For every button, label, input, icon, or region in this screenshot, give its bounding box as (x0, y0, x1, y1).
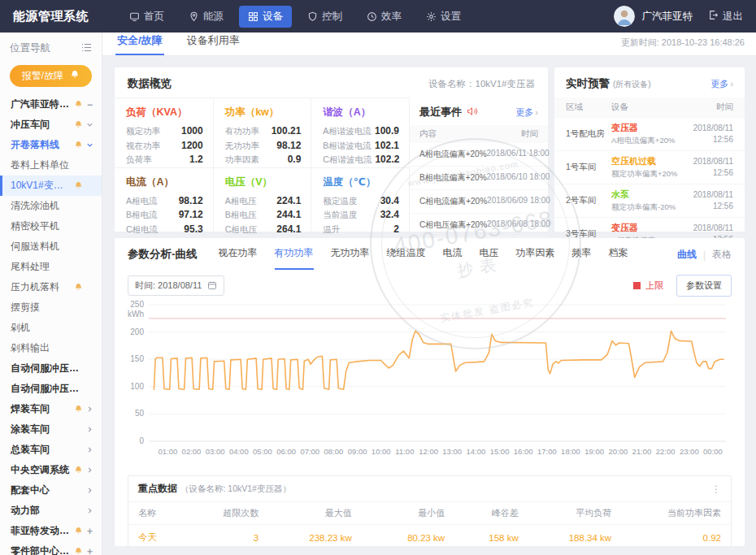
sidebar-item[interactable]: 剁机 (0, 318, 102, 338)
sidebar-item[interactable]: 清洗涂油机 (0, 196, 102, 216)
sidebar-item[interactable]: 伺服送料机 (0, 236, 102, 257)
sidebar-item[interactable]: 尾料处理 (0, 257, 102, 277)
alarm-fault-label: 报警/故障 (22, 69, 63, 83)
bell-icon (74, 100, 83, 109)
analysis-tab-7[interactable]: 频率 (572, 246, 592, 270)
sidebar-item[interactable]: 精密校平机 (0, 216, 102, 236)
analysis-tab-1[interactable]: 有功功率 (275, 246, 314, 270)
sidebar-item[interactable]: 自动伺服冲压线2# (0, 379, 102, 399)
analysis-tab-0[interactable]: 视在功率 (219, 246, 258, 270)
chevron-right-icon[interactable] (85, 446, 94, 453)
sidebar-item[interactable]: 菲亚特发动机厂+ (0, 521, 102, 541)
alert-row: 1号配电房变压器A相电流偏离+20%2018/08/1112:56 (554, 117, 745, 150)
collapse-minus-icon[interactable]: − (85, 99, 94, 111)
stat-value: 100.21 (272, 124, 302, 139)
alerts-more-link[interactable]: 更多› (710, 78, 733, 90)
svg-text:13:00: 13:00 (442, 447, 462, 456)
sidebar-item[interactable]: 冲压车间 (0, 115, 102, 135)
collapse-list-icon[interactable] (81, 43, 92, 54)
stat-value: 1000 (181, 124, 203, 139)
svg-text:19:00: 19:00 (584, 447, 604, 456)
sidebar-item[interactable]: 动力部 (0, 501, 102, 521)
alert-clock: 12:56 (683, 167, 733, 179)
sidebar-item[interactable]: 压力机落料 (0, 277, 102, 297)
sidebar-item[interactable]: 配套中心 (0, 480, 102, 501)
nav-item-device[interactable]: 设备 (239, 6, 292, 28)
event-content: C相电压偏离+20% (419, 219, 487, 231)
sidebar-item[interactable]: 零件部中心仓库+ (0, 541, 102, 555)
view-table-toggle[interactable]: 表格 (712, 248, 732, 262)
event-row: A相电流偏离+20%2018/06/11 18:00 (410, 143, 548, 166)
sidebar-item[interactable]: 卷料上料单位 (0, 155, 102, 176)
chevron-down-icon[interactable] (85, 121, 94, 128)
expand-plus-icon[interactable]: + (85, 526, 94, 537)
chevron-right-icon[interactable] (85, 466, 94, 474)
stat-row: C相电流95.3 (126, 223, 203, 237)
chevron-right-icon[interactable] (85, 487, 94, 494)
view-curve-toggle[interactable]: 曲线 (677, 248, 697, 262)
sidebar-item[interactable]: 总装车间 (0, 440, 102, 460)
sidebar-item[interactable]: 剁料输出 (0, 338, 102, 358)
avatar[interactable] (614, 6, 635, 27)
nav-item-energy[interactable]: 能源 (180, 6, 232, 28)
alert-device-name: 水泵 (611, 189, 683, 201)
nav-item-home[interactable]: 首页 (120, 6, 173, 28)
event-content: B相电流偏离+20% (419, 172, 487, 184)
analysis-tab-2[interactable]: 无功功率 (331, 246, 370, 270)
sidebar-title: 位置导航 (10, 41, 50, 55)
topnav-user-area: 广汽菲亚特 退出 (614, 6, 756, 27)
sidebar-item-label: 清洗涂油机 (11, 199, 85, 213)
sidebar-item[interactable]: 10kV1#变压器 (0, 176, 102, 196)
nav-item-label: 设置 (441, 10, 461, 24)
nav-item-efficiency[interactable]: 效率 (358, 6, 411, 28)
svg-text:06:00: 06:00 (276, 447, 296, 456)
stat-label: C相电压 (225, 223, 257, 237)
sidebar-item[interactable]: 涂装车间 (0, 419, 102, 440)
analysis-tab-3[interactable]: 绕组温度 (387, 246, 426, 270)
horn-icon (467, 105, 478, 119)
sidebar-item-label: 自动伺服冲压线1# (11, 362, 85, 375)
table-cell: 238.23 kw (268, 525, 361, 547)
sidebar-item-label: 剁料输出 (11, 341, 85, 355)
sidebar-item[interactable]: 广汽菲亚特整车厂− (0, 94, 102, 115)
stat-cards: 负荷（KVA）额定功率1000视在功率1200负荷率1.2功率（kw）有功功率1… (115, 98, 409, 232)
chevron-down-icon[interactable] (85, 141, 94, 149)
sidebar-item[interactable]: 焊装车间 (0, 399, 102, 419)
analysis-tab-4[interactable]: 电流 (443, 246, 463, 270)
svg-text:03:00: 03:00 (206, 447, 225, 456)
sidebar-item[interactable]: 中央空调系统 (0, 460, 102, 480)
expand-plus-icon[interactable]: + (85, 546, 94, 555)
recent-events-panel: 最近事件 更多› 内容 时间 A相电流偏离+20%2018/06/11 18:0… (409, 98, 548, 232)
analysis-tab-5[interactable]: 电压 (480, 246, 499, 270)
stat-label: 温升 (323, 223, 340, 237)
tab-utilization[interactable]: 设备利用率 (185, 33, 241, 55)
sidebar-item[interactable]: 自动伺服冲压线1# (0, 358, 102, 379)
sidebar-item-label: 压力机落料 (11, 280, 72, 294)
chevron-right-icon[interactable] (85, 405, 94, 413)
parameter-settings-button[interactable]: 参数设置 (676, 275, 732, 297)
update-time: 更新时间: 2018-10-23 16:48:26 (621, 37, 745, 55)
analysis-tab-8[interactable]: 档案 (609, 246, 628, 270)
nav-item-control[interactable]: 控制 (298, 6, 351, 28)
sidebar-item[interactable]: 开卷落料线 (0, 135, 102, 155)
alert-date: 2018/08/11 (683, 189, 733, 201)
sidebar-item-label: 开卷落料线 (11, 138, 72, 152)
svg-text:00:00: 00:00 (703, 447, 723, 456)
date-picker[interactable]: 时间: 2018/08/11 (128, 275, 224, 296)
power-curve-chart: 050100150200250kWh01:0002:0003:0004:0005… (121, 298, 732, 466)
sidebar-item[interactable]: 摆剪摸 (0, 297, 102, 318)
nav-item-settings[interactable]: 设置 (417, 6, 470, 28)
events-more-link[interactable]: 更多› (515, 106, 538, 119)
svg-text:200: 200 (130, 327, 144, 336)
events-col-content: 内容 (419, 128, 437, 140)
tab-safety-fault[interactable]: 安全/故障 (115, 33, 164, 55)
alarm-fault-button[interactable]: 报警/故障 (10, 65, 92, 87)
stat-value: 102.1 (375, 139, 399, 154)
chevron-right-icon[interactable] (85, 426, 94, 433)
event-time: 2018/06/09 18:00 (487, 196, 550, 207)
chevron-right-icon[interactable] (85, 507, 94, 514)
kebab-menu-icon[interactable]: ⋮ (711, 483, 721, 495)
svg-text:01:00: 01:00 (158, 447, 177, 456)
analysis-tab-6[interactable]: 功率因素 (516, 246, 555, 270)
logout-button[interactable]: 退出 (708, 10, 743, 24)
